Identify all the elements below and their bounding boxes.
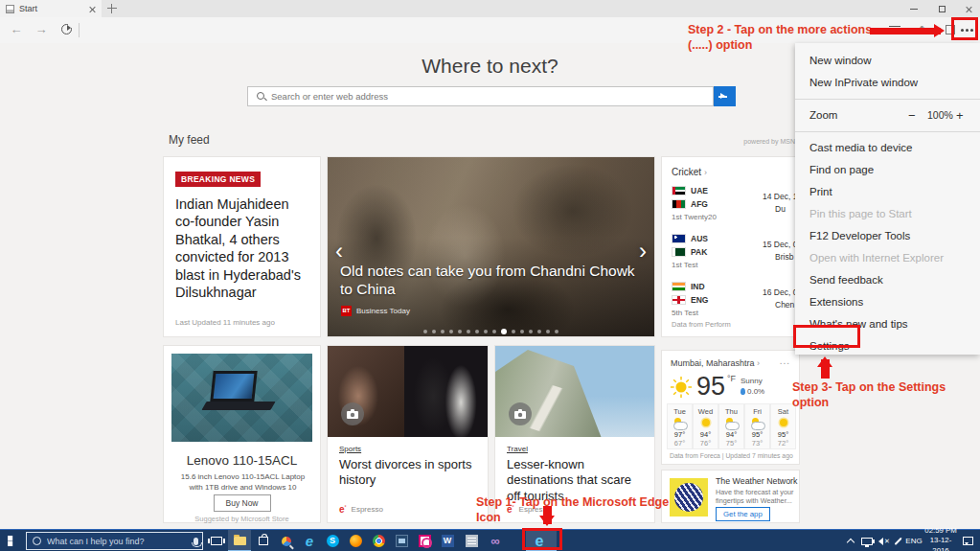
lenovo-ad-card[interactable]: Lenovo 110-15ACL 15.6 inch Lenovo 110-15… (163, 345, 321, 523)
search-app-button[interactable] (275, 530, 298, 551)
volume-button[interactable]: ✕ (875, 530, 890, 551)
carousel-dot[interactable] (555, 330, 558, 333)
skype-button[interactable]: S (321, 530, 344, 551)
carousel-dot[interactable] (512, 330, 515, 333)
clock[interactable]: 02:59 PM 13-12-2016 (923, 530, 959, 551)
cricket-match-row[interactable]: UAE AFG 1st Twenty20 14 Dec, 14 Du (672, 184, 815, 221)
cricket-card-title[interactable]: Cricket › (672, 167, 813, 177)
carousel-dot[interactable] (449, 330, 453, 333)
carousel-dot[interactable] (492, 330, 496, 333)
search-box[interactable] (247, 86, 714, 106)
cortana-search-box[interactable] (26, 532, 203, 550)
weather-icon (776, 418, 791, 429)
new-tab-button[interactable] (107, 4, 117, 13)
carousel-dot[interactable] (484, 330, 488, 333)
file-explorer-button[interactable] (228, 530, 251, 551)
laptop-screen-graphic (210, 371, 257, 402)
weather-more-options[interactable]: ... (780, 356, 790, 366)
buy-now-button[interactable]: Buy Now (213, 494, 270, 512)
breaking-news-headline[interactable]: Indian Mujahideen co-founder Yasin Bhatk… (175, 195, 308, 301)
microphone-icon[interactable] (194, 538, 198, 545)
carousel-dot[interactable] (441, 330, 444, 333)
weather-location-link[interactable]: Mumbai, Maharashtra › (671, 358, 760, 368)
weather-icon (672, 418, 688, 429)
grey-app-button[interactable] (460, 530, 483, 551)
cortana-search-input[interactable] (47, 537, 194, 546)
carousel-dot[interactable] (546, 330, 550, 333)
carousel-dot[interactable] (475, 330, 479, 333)
menu-item-f12-developer-tools[interactable]: F12 Developer Tools (795, 225, 980, 247)
back-button[interactable]: ← (6, 20, 27, 39)
cricket-match-row[interactable]: IND ENG 5th Test 16 Dec, 09 Chen (672, 280, 815, 317)
hero-carousel-card[interactable]: ‹ › Old notes can take you from Chandni … (327, 156, 655, 337)
dark-app-button[interactable] (390, 530, 413, 551)
forward-button[interactable]: → (31, 20, 52, 39)
menu-item-send-feedback[interactable]: Send feedback (795, 269, 980, 291)
carousel-dot[interactable] (423, 330, 427, 333)
edge-browser-window: Start ← → ✎ Where to next? My feed power… (0, 0, 980, 551)
lenovo-product-description: 15.6 inch Lenovo 110-15ACL Laptop with 1… (173, 472, 312, 494)
category-link-travel[interactable]: Travel (507, 445, 528, 453)
word-button[interactable]: W (436, 530, 459, 551)
sports-headline[interactable]: Worst divorces in sports history (339, 457, 478, 489)
menu-item-cast-media[interactable]: Cast media to device (795, 137, 980, 159)
weather-condition: Sunny (741, 377, 763, 385)
carousel-dot[interactable] (458, 330, 462, 333)
zoom-out-button[interactable]: − (908, 104, 916, 126)
chrome-button[interactable] (367, 530, 390, 551)
pink-app-button[interactable] (413, 530, 436, 551)
start-button[interactable] (8, 536, 18, 546)
refresh-button[interactable] (54, 20, 79, 40)
search-input[interactable] (271, 87, 707, 105)
carousel-dot[interactable] (501, 329, 507, 334)
action-center-button[interactable] (959, 530, 976, 551)
source-name: Espresso (352, 505, 383, 514)
start-page-favicon (6, 5, 14, 13)
visual-studio-button[interactable]: ∞ (484, 530, 507, 551)
close-window-button[interactable] (957, 0, 980, 17)
tab-title: Start (19, 4, 84, 13)
carousel-dot[interactable] (520, 330, 524, 333)
forecast-day: Fri 95° 73° (744, 403, 770, 449)
tab-start[interactable]: Start (0, 0, 102, 17)
weather-card[interactable]: Mumbai, Maharashtra › ... 95 °F Sunny 0.… (661, 350, 800, 465)
carousel-dot[interactable] (529, 330, 533, 333)
store-button[interactable] (252, 530, 275, 551)
breaking-news-card[interactable]: BREAKING NEWS Indian Mujahideen co-found… (163, 156, 321, 337)
chevron-right-icon: › (704, 168, 707, 177)
carousel-next-button[interactable]: › (639, 238, 647, 264)
close-tab-icon[interactable] (89, 6, 96, 12)
carousel-dot[interactable] (432, 330, 436, 333)
folder-icon (234, 537, 246, 545)
carousel-dot[interactable] (537, 330, 541, 333)
hero-headline[interactable]: Old notes can take you from Chandni Chow… (340, 263, 647, 298)
pen-settings-button[interactable] (891, 530, 904, 551)
cricket-match-row[interactable]: AUS PAK 1st Test 15 Dec, 08 Brisb (672, 232, 815, 269)
carousel-dot[interactable] (467, 330, 470, 333)
language-indicator[interactable]: ENG (905, 530, 923, 551)
photo-right (404, 346, 488, 437)
menu-item-extensions[interactable]: Extensions (795, 291, 980, 313)
menu-item-new-inprivate-window[interactable]: New InPrivate window (795, 72, 980, 94)
menu-item-find-on-page[interactable]: Find on page (795, 159, 980, 181)
my-feed-label: My feed (169, 133, 210, 147)
minimize-button[interactable] (900, 0, 927, 17)
zoom-in-button[interactable]: + (956, 104, 964, 126)
menu-item-print[interactable]: Print (795, 181, 980, 203)
tray-expand-button[interactable] (844, 530, 857, 551)
language-label: ENG (905, 537, 922, 545)
carousel-prev-button[interactable]: ‹ (335, 238, 343, 264)
menu-item-new-window[interactable]: New window (795, 50, 980, 72)
step2-annotation-text: Step 2 - Tap on the more actions (.....)… (688, 23, 891, 53)
more-actions-menu: New window New InPrivate window Zoom − 1… (795, 43, 980, 355)
get-the-app-button[interactable]: Get the app (716, 507, 770, 521)
firefox-button[interactable] (344, 530, 367, 551)
sports-article-card[interactable]: Sports Worst divorces in sports history … (327, 345, 489, 523)
search-app-icon (282, 537, 291, 546)
category-link-sports[interactable]: Sports (339, 445, 361, 453)
task-view-button[interactable] (205, 530, 228, 551)
maximize-button[interactable] (928, 0, 956, 17)
internet-explorer-button[interactable]: e (298, 530, 321, 551)
match-stage: 1st Twenty20 (672, 213, 815, 221)
go-button[interactable] (714, 86, 736, 106)
